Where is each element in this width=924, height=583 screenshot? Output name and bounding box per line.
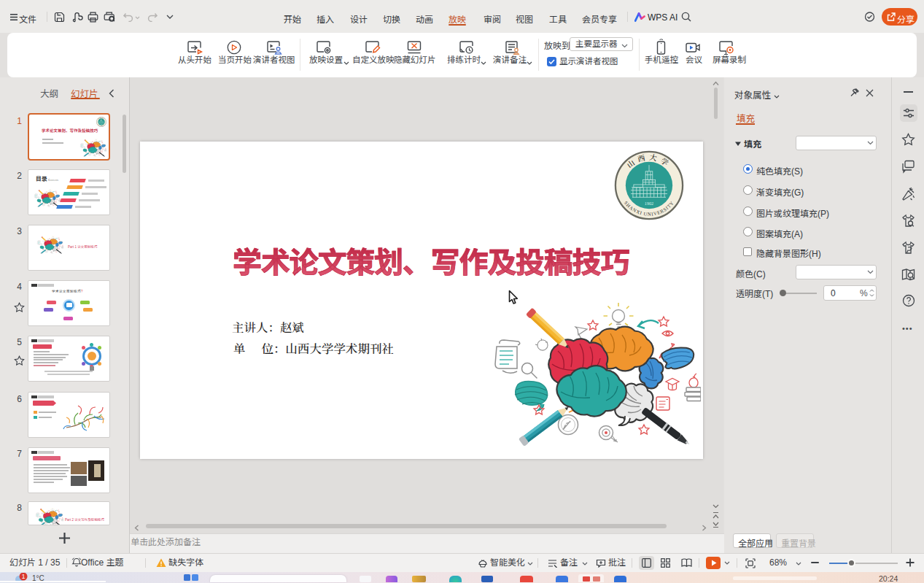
- svg-text:1902: 1902: [645, 201, 653, 206]
- svg-text:1: 1: [22, 573, 26, 580]
